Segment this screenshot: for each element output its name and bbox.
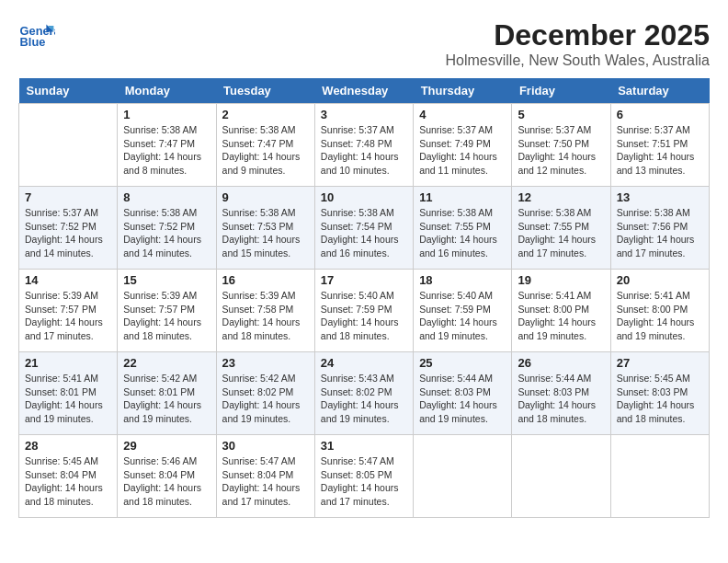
calendar-cell: 31Sunrise: 5:47 AMSunset: 8:05 PMDayligh… [314, 435, 413, 518]
calendar-cell [414, 435, 512, 518]
calendar-header-row: SundayMondayTuesdayWednesdayThursdayFrid… [19, 78, 710, 104]
day-number: 9 [222, 190, 309, 204]
calendar-cell: 24Sunrise: 5:43 AMSunset: 8:02 PMDayligh… [314, 352, 413, 435]
day-info: Sunrise: 5:40 AMSunset: 7:59 PMDaylight:… [419, 289, 506, 343]
day-info: Sunrise: 5:37 AMSunset: 7:49 PMDaylight:… [419, 123, 506, 178]
day-number: 14 [25, 273, 111, 287]
calendar-cell: 14Sunrise: 5:39 AMSunset: 7:57 PMDayligh… [19, 270, 118, 352]
day-info: Sunrise: 5:45 AMSunset: 8:03 PMDaylight:… [617, 372, 703, 426]
day-info: Sunrise: 5:37 AMSunset: 7:52 PMDaylight:… [25, 206, 111, 260]
day-info: Sunrise: 5:38 AMSunset: 7:55 PMDaylight:… [518, 206, 604, 260]
day-info: Sunrise: 5:42 AMSunset: 8:01 PMDaylight:… [123, 372, 210, 426]
day-info: Sunrise: 5:38 AMSunset: 7:47 PMDaylight:… [222, 123, 309, 178]
calendar-cell: 25Sunrise: 5:44 AMSunset: 8:03 PMDayligh… [414, 352, 512, 435]
day-number: 12 [518, 190, 604, 204]
day-number: 27 [617, 356, 703, 370]
calendar-cell: 19Sunrise: 5:41 AMSunset: 8:00 PMDayligh… [512, 270, 610, 352]
day-number: 11 [419, 190, 506, 204]
calendar-day-header-saturday: Saturday [610, 78, 709, 104]
calendar-cell: 13Sunrise: 5:38 AMSunset: 7:56 PMDayligh… [610, 187, 709, 270]
day-number: 13 [617, 190, 703, 204]
day-number: 1 [123, 108, 210, 121]
calendar-week-row: 21Sunrise: 5:41 AMSunset: 8:01 PMDayligh… [19, 352, 710, 435]
calendar-cell: 4Sunrise: 5:37 AMSunset: 7:49 PMDaylight… [414, 104, 512, 187]
calendar-day-header-sunday: Sunday [19, 78, 118, 104]
day-info: Sunrise: 5:38 AMSunset: 7:53 PMDaylight:… [222, 206, 309, 260]
logo-icon: General Blue [18, 18, 55, 55]
calendar-cell: 16Sunrise: 5:39 AMSunset: 7:58 PMDayligh… [216, 270, 314, 352]
day-number: 6 [617, 108, 703, 121]
day-number: 8 [123, 190, 210, 204]
day-number: 17 [321, 273, 407, 287]
day-number: 5 [518, 108, 604, 121]
day-info: Sunrise: 5:41 AMSunset: 8:00 PMDaylight:… [617, 289, 703, 343]
calendar-cell: 18Sunrise: 5:40 AMSunset: 7:59 PMDayligh… [414, 270, 512, 352]
day-info: Sunrise: 5:46 AMSunset: 8:04 PMDaylight:… [123, 454, 210, 509]
calendar-cell: 27Sunrise: 5:45 AMSunset: 8:03 PMDayligh… [610, 352, 709, 435]
day-info: Sunrise: 5:41 AMSunset: 8:01 PMDaylight:… [25, 372, 111, 426]
day-info: Sunrise: 5:38 AMSunset: 7:47 PMDaylight:… [123, 123, 210, 178]
day-info: Sunrise: 5:38 AMSunset: 7:56 PMDaylight:… [617, 206, 703, 260]
calendar-cell [512, 435, 610, 518]
day-number: 28 [25, 439, 111, 453]
calendar-day-header-wednesday: Wednesday [314, 78, 413, 104]
calendar-cell: 3Sunrise: 5:37 AMSunset: 7:48 PMDaylight… [314, 104, 413, 187]
calendar-table: SundayMondayTuesdayWednesdayThursdayFrid… [18, 78, 710, 518]
calendar-day-header-friday: Friday [512, 78, 610, 104]
day-info: Sunrise: 5:44 AMSunset: 8:03 PMDaylight:… [518, 372, 604, 426]
day-info: Sunrise: 5:42 AMSunset: 8:02 PMDaylight:… [222, 372, 309, 426]
location-title: Holmesville, New South Wales, Australia [445, 52, 710, 69]
day-number: 3 [321, 108, 407, 121]
day-number: 26 [518, 356, 604, 370]
day-number: 29 [123, 439, 210, 453]
month-title: December 2025 [445, 18, 710, 52]
calendar-cell: 26Sunrise: 5:44 AMSunset: 8:03 PMDayligh… [512, 352, 610, 435]
day-number: 21 [25, 356, 111, 370]
calendar-day-header-monday: Monday [118, 78, 216, 104]
calendar-cell: 2Sunrise: 5:38 AMSunset: 7:47 PMDaylight… [216, 104, 314, 187]
calendar-cell: 21Sunrise: 5:41 AMSunset: 8:01 PMDayligh… [19, 352, 118, 435]
title-section: December 2025 Holmesville, New South Wal… [445, 18, 710, 69]
calendar-cell: 8Sunrise: 5:38 AMSunset: 7:52 PMDaylight… [118, 187, 216, 270]
day-info: Sunrise: 5:43 AMSunset: 8:02 PMDaylight:… [321, 372, 407, 426]
day-number: 30 [222, 439, 309, 453]
day-info: Sunrise: 5:38 AMSunset: 7:55 PMDaylight:… [419, 206, 506, 260]
day-number: 31 [321, 439, 407, 453]
day-number: 10 [321, 190, 407, 204]
day-info: Sunrise: 5:45 AMSunset: 8:04 PMDaylight:… [25, 454, 111, 509]
day-info: Sunrise: 5:38 AMSunset: 7:52 PMDaylight:… [123, 206, 210, 260]
calendar-day-header-thursday: Thursday [414, 78, 512, 104]
calendar-day-header-tuesday: Tuesday [216, 78, 314, 104]
calendar-cell: 5Sunrise: 5:37 AMSunset: 7:50 PMDaylight… [512, 104, 610, 187]
day-number: 16 [222, 273, 309, 287]
calendar-cell: 1Sunrise: 5:38 AMSunset: 7:47 PMDaylight… [118, 104, 216, 187]
day-info: Sunrise: 5:47 AMSunset: 8:04 PMDaylight:… [222, 454, 309, 509]
calendar-week-row: 28Sunrise: 5:45 AMSunset: 8:04 PMDayligh… [19, 435, 710, 518]
day-number: 19 [518, 273, 604, 287]
day-number: 18 [419, 273, 506, 287]
calendar-cell: 10Sunrise: 5:38 AMSunset: 7:54 PMDayligh… [314, 187, 413, 270]
day-number: 24 [321, 356, 407, 370]
day-number: 25 [419, 356, 506, 370]
calendar-cell: 23Sunrise: 5:42 AMSunset: 8:02 PMDayligh… [216, 352, 314, 435]
day-info: Sunrise: 5:39 AMSunset: 7:58 PMDaylight:… [222, 289, 309, 343]
day-number: 7 [25, 190, 111, 204]
calendar-cell: 9Sunrise: 5:38 AMSunset: 7:53 PMDaylight… [216, 187, 314, 270]
calendar-cell [610, 435, 709, 518]
day-info: Sunrise: 5:39 AMSunset: 7:57 PMDaylight:… [25, 289, 111, 343]
day-info: Sunrise: 5:44 AMSunset: 8:03 PMDaylight:… [419, 372, 506, 426]
day-number: 20 [617, 273, 703, 287]
calendar-week-row: 14Sunrise: 5:39 AMSunset: 7:57 PMDayligh… [19, 270, 710, 352]
day-info: Sunrise: 5:40 AMSunset: 7:59 PMDaylight:… [321, 289, 407, 343]
calendar-cell: 20Sunrise: 5:41 AMSunset: 8:00 PMDayligh… [610, 270, 709, 352]
day-number: 2 [222, 108, 309, 121]
calendar-cell [19, 104, 118, 187]
calendar-cell: 6Sunrise: 5:37 AMSunset: 7:51 PMDaylight… [610, 104, 709, 187]
page-header: General Blue December 2025 Holmesville, … [18, 18, 710, 69]
calendar-cell: 22Sunrise: 5:42 AMSunset: 8:01 PMDayligh… [118, 352, 216, 435]
svg-text:Blue: Blue [20, 35, 46, 49]
calendar-cell: 15Sunrise: 5:39 AMSunset: 7:57 PMDayligh… [118, 270, 216, 352]
calendar-week-row: 7Sunrise: 5:37 AMSunset: 7:52 PMDaylight… [19, 187, 710, 270]
day-info: Sunrise: 5:41 AMSunset: 8:00 PMDaylight:… [518, 289, 604, 343]
day-info: Sunrise: 5:37 AMSunset: 7:51 PMDaylight:… [617, 123, 703, 178]
